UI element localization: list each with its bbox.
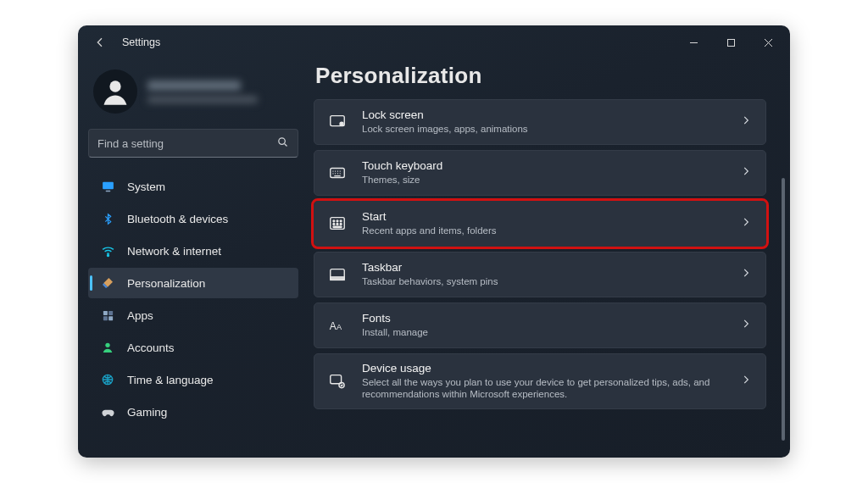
card-taskbar[interactable]: Taskbar Taskbar behaviors, system pins [314, 252, 766, 297]
svg-point-18 [337, 220, 338, 222]
svg-point-5 [107, 254, 108, 256]
sidebar: System Bluetooth & devices Network & int… [78, 59, 309, 458]
sidebar-item-personalization[interactable]: Personalization [88, 268, 298, 298]
app-title: Settings [122, 36, 160, 48]
card-touch-keyboard[interactable]: Touch keyboard Themes, size [314, 150, 766, 196]
page-title: Personalization [315, 63, 766, 89]
search-box[interactable] [88, 129, 298, 158]
svg-rect-3 [103, 181, 114, 189]
svg-rect-28 [331, 375, 342, 384]
search-icon [276, 136, 289, 152]
chevron-right-icon [740, 374, 752, 389]
card-title: Fonts [362, 312, 726, 326]
sidebar-item-bluetooth[interactable]: Bluetooth & devices [88, 203, 298, 234]
svg-point-20 [333, 224, 335, 225]
device-usage-icon [326, 372, 348, 391]
display-icon [100, 179, 115, 194]
sidebar-item-label: System [127, 180, 165, 193]
settings-list: Lock screen Lock screen images, apps, an… [314, 99, 766, 409]
chevron-right-icon [740, 114, 752, 130]
paintbrush-icon [100, 275, 115, 291]
chevron-right-icon [740, 267, 752, 282]
svg-rect-23 [333, 226, 342, 227]
chevron-right-icon [740, 216, 752, 231]
svg-point-19 [340, 220, 342, 222]
sidebar-item-label: Accounts [127, 341, 175, 354]
keyboard-icon [326, 164, 348, 182]
svg-rect-9 [108, 316, 113, 320]
card-title: Taskbar [362, 261, 726, 275]
svg-rect-7 [108, 310, 113, 314]
account-profile[interactable] [88, 66, 298, 125]
sidebar-item-system[interactable]: System [88, 171, 298, 202]
account-icon [100, 340, 115, 355]
card-title: Device usage [362, 362, 726, 376]
svg-rect-4 [105, 190, 110, 191]
sidebar-item-apps[interactable]: Apps [88, 300, 298, 330]
taskbar-icon [326, 265, 348, 284]
card-lock-screen[interactable]: Lock screen Lock screen images, apps, an… [314, 99, 766, 145]
card-title: Touch keyboard [362, 159, 726, 174]
fonts-icon: AA [326, 316, 348, 335]
svg-point-10 [105, 343, 109, 347]
bluetooth-icon [100, 211, 115, 226]
search-input[interactable] [97, 137, 268, 150]
maximize-button[interactable] [712, 29, 749, 56]
svg-point-21 [337, 224, 338, 225]
svg-point-17 [333, 220, 335, 222]
minimize-button[interactable] [675, 29, 712, 56]
card-subtitle: Select all the ways you plan to use your… [362, 376, 726, 401]
card-subtitle: Recent apps and items, folders [362, 225, 726, 236]
sidebar-item-label: Personalization [127, 277, 205, 290]
svg-point-2 [279, 137, 286, 144]
card-title: Start [362, 210, 726, 225]
title-bar: Settings [78, 25, 790, 59]
sidebar-item-label: Apps [127, 309, 153, 322]
settings-window: Settings [78, 25, 790, 458]
wifi-icon [100, 243, 115, 258]
account-name-block [147, 80, 258, 103]
close-button[interactable] [749, 29, 787, 56]
card-device-usage[interactable]: Device usage Select all the ways you pla… [314, 353, 766, 409]
sidebar-item-label: Time & language [127, 374, 214, 386]
start-icon [326, 214, 348, 233]
sidebar-item-network[interactable]: Network & internet [88, 236, 298, 266]
svg-point-1 [109, 80, 120, 92]
card-subtitle: Taskbar behaviors, system pins [362, 275, 726, 287]
sidebar-item-label: Bluetooth & devices [127, 213, 228, 225]
svg-rect-8 [103, 316, 107, 320]
chevron-right-icon [740, 165, 752, 180]
card-start[interactable]: Start Recent apps and items, folders [314, 201, 766, 247]
svg-rect-6 [103, 310, 107, 314]
content-area: Personalization Lock screen Lock screen … [309, 59, 790, 458]
scrollbar[interactable] [782, 178, 785, 441]
svg-text:A: A [337, 323, 342, 331]
card-title: Lock screen [362, 108, 726, 123]
lock-screen-icon [326, 113, 348, 131]
gaming-icon [100, 404, 115, 419]
apps-icon [100, 308, 115, 323]
sidebar-item-label: Network & internet [127, 245, 221, 258]
svg-text:A: A [330, 320, 337, 332]
sidebar-item-gaming[interactable]: Gaming [88, 397, 298, 427]
sidebar-item-label: Gaming [127, 406, 167, 419]
card-subtitle: Install, manage [362, 326, 726, 338]
chevron-right-icon [740, 318, 752, 333]
back-button[interactable] [90, 32, 110, 53]
window-controls [675, 29, 787, 56]
sidebar-item-time-language[interactable]: Time & language [88, 364, 298, 395]
svg-rect-14 [341, 123, 342, 125]
sidebar-item-accounts[interactable]: Accounts [88, 332, 298, 363]
card-fonts[interactable]: AA Fonts Install, manage [314, 303, 766, 348]
svg-rect-0 [727, 39, 734, 46]
svg-point-22 [340, 224, 342, 225]
globe-clock-icon [100, 372, 115, 387]
card-subtitle: Themes, size [362, 174, 726, 186]
avatar-icon [93, 69, 137, 114]
svg-rect-25 [331, 277, 345, 280]
sidebar-nav: System Bluetooth & devices Network & int… [88, 171, 298, 427]
card-subtitle: Lock screen images, apps, animations [362, 123, 726, 135]
